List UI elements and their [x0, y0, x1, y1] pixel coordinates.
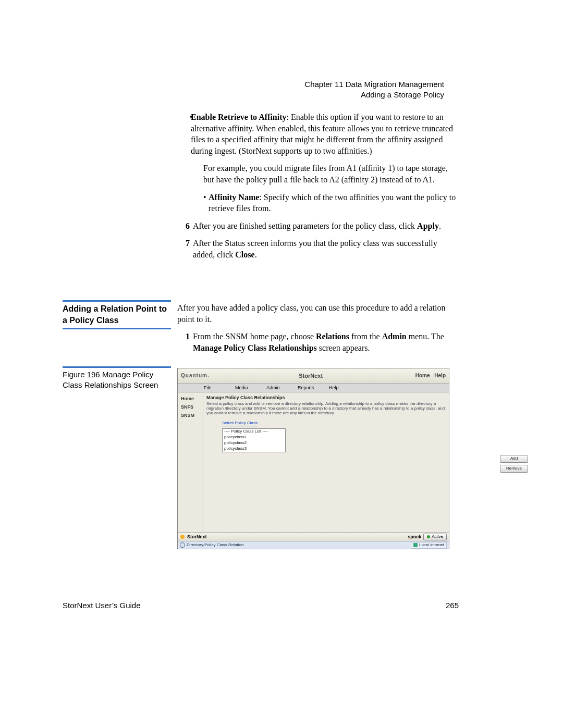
menu-file[interactable]: File	[204, 385, 235, 391]
page-header: Chapter 11 Data Migration Management Add…	[304, 79, 444, 101]
list-header: ---- Policy Class List ----	[223, 429, 285, 435]
step-number: 7	[177, 238, 193, 260]
app-title: StorNext	[210, 372, 412, 380]
host-label: spock	[408, 534, 421, 540]
body-text: After you are finished setting parameter…	[193, 220, 459, 232]
sidebar-item-snsm[interactable]: SNSM	[178, 411, 203, 419]
list-item[interactable]: policyclass1	[223, 435, 285, 440]
status-pill: Active	[423, 534, 447, 540]
app-window: Quantum. StorNext Home Help File Media A…	[177, 368, 449, 549]
policy-class-listbox[interactable]: ---- Policy Class List ---- policyclass1…	[222, 428, 286, 452]
help-link[interactable]: Help	[434, 373, 446, 378]
body-text: Enable Retrieve to Affinity: Enable this…	[191, 112, 459, 156]
menu-admin[interactable]: Admin	[266, 385, 298, 391]
status-dot-icon	[427, 535, 430, 538]
status-path: Directory/Policy Class Relation	[187, 542, 243, 548]
list-item[interactable]: policyclass2	[223, 440, 285, 446]
browser-statusbar: Directory/Policy Class Relation Local in…	[178, 541, 449, 549]
sidebar: Home SNFS SNSM	[178, 392, 203, 532]
body-text: From the SNSM home page, choose Relation…	[193, 331, 459, 353]
panel-title: Manage Policy Class Relationships	[206, 394, 446, 401]
menu-help[interactable]: Help	[329, 385, 360, 391]
menu-media[interactable]: Media	[235, 385, 266, 391]
menubar: File Media Admin Reports Help	[178, 384, 449, 392]
remove-button[interactable]: Remove	[500, 465, 528, 473]
page-number: 265	[446, 600, 459, 611]
chapter-label: Chapter 11 Data Migration Management	[304, 79, 444, 90]
list-item[interactable]: policyclass3	[223, 446, 285, 452]
footer-brand: StorNext	[187, 534, 207, 540]
panel-description: Select a policy class and add or remove …	[206, 402, 446, 415]
body-text: After you have added a policy class, you…	[177, 302, 459, 325]
brand-label: Quantum.	[181, 372, 210, 379]
menu-reports[interactable]: Reports	[298, 385, 329, 391]
term: Enable Retrieve to Affinity	[191, 113, 287, 121]
app-titlebar: Quantum. StorNext Home Help	[178, 368, 449, 384]
section-label: Adding a Storage Policy	[304, 90, 444, 100]
footer-left: StorNext User’s Guide	[63, 600, 141, 611]
bullet-icon: •	[177, 192, 209, 214]
figure-caption: Figure 196 Manage Policy Class Relations…	[63, 366, 171, 391]
ie-icon	[180, 542, 185, 548]
security-zone: Local intranet	[411, 542, 447, 549]
body-text: After the Status screen informs you that…	[193, 238, 459, 260]
section-heading: Adding a Relation Point to a Policy Clas…	[63, 300, 171, 329]
step-number: 6	[177, 220, 193, 232]
body-text: Affinity Name: Specify which of the two …	[209, 192, 459, 214]
sidebar-item-snfs[interactable]: SNFS	[178, 403, 203, 411]
home-link[interactable]: Home	[415, 373, 430, 378]
sidebar-item-home[interactable]: Home	[178, 394, 203, 403]
add-button[interactable]: Add	[500, 455, 528, 463]
logo-icon	[180, 534, 185, 539]
bullet-icon: •	[177, 112, 191, 156]
app-footer: StorNext spock Active	[178, 532, 449, 541]
svg-point-0	[180, 535, 185, 539]
intranet-icon	[413, 543, 418, 547]
body-text: For example, you could migrate files fro…	[177, 163, 459, 185]
term: Affinity Name	[209, 193, 259, 202]
step-number: 1	[177, 331, 193, 353]
select-label: Select Policy Class	[222, 421, 258, 427]
